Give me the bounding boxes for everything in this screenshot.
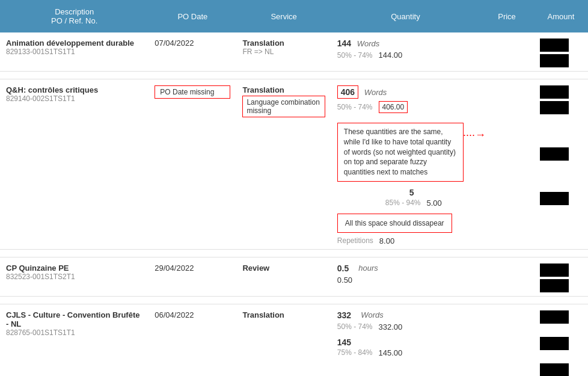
ref-number: 829133-001S1TS1T1 [6,48,142,56]
lang-missing-label: Language combination missing [242,96,325,117]
space-annotation-box: All this space should dissapear [337,214,452,233]
qty-sub-value: 332.00 [379,322,403,331]
amount-cell [534,79,588,250]
amount-box-2 [540,54,569,67]
description-title: CP Quinzaine PE [6,264,142,273]
service-cell: Translation Language combination missing [236,79,331,250]
table-row: CP Quinzaine PE 832523-001S1TS2T1 29/04/… [0,257,588,296]
price-cell [480,79,534,250]
description-title: Animation développement durable [6,39,142,48]
spacer-row [0,72,588,79]
description-cell: Animation développement durable 829133-0… [0,32,149,72]
qty-main: 332 [337,310,351,320]
service-value: Review [242,264,325,273]
ref-number: 832523-001S1TS2T1 [6,273,142,281]
po-date-cell: 07/04/2022 [149,32,236,72]
qty-unit: Words [364,88,387,97]
header-service: Service [236,0,331,32]
qty2-sub-value: 145.00 [379,348,403,357]
annotation-box: These quantities are the same, while I'd… [337,123,464,182]
qty-sub-highlighted: 406.00 [379,101,408,113]
po-date-value: 29/04/2022 [155,264,230,273]
amount-box-1 [540,310,569,324]
service-sub: FR => NL [242,48,325,56]
qty2-main: 5 [409,188,414,197]
repetitions-label: Repetitions [337,236,373,245]
header-description: DescriptionPO / Ref. No. [0,0,149,32]
service-cell: Review [236,257,331,296]
table-row: Animation développement durable 829133-0… [0,32,588,72]
quantity-cell: 332 Words 50% - 74% 332.00 145 75% - 84%… [331,304,480,376]
qty-main-highlighted: 406 [337,85,358,99]
header-amount: Amount [534,0,588,32]
ref-number: 828765-001S1TS1T1 [6,328,142,337]
qty-sub-value: 144.00 [379,51,403,60]
amount-cell [534,257,588,296]
description-cell: CJLS - Culture - Convention Brufête - NL… [0,304,149,376]
header-price: Price [480,0,534,32]
qty2-sub-value: 5.00 [427,199,442,208]
description-title: Q&H: contrôles critiques [6,85,142,94]
po-date-missing-label: PO Date missing [155,85,230,99]
qty2-percent: 85% - 94% [385,199,421,207]
qty-percent: 50% - 74% [337,322,373,331]
qty-sub-value: 0.50 [337,276,352,285]
amount-box-1 [540,85,569,99]
service-cell: Translation FR => NL [236,32,331,72]
main-container: DescriptionPO / Ref. No. PO Date Service… [0,0,588,376]
spacer-row [0,296,588,304]
qty-unit: Words [357,39,380,48]
description-cell: Q&H: contrôles critiques 829140-002S1TS1… [0,79,149,250]
qty-percent: 50% - 74% [337,51,373,60]
amount-box-2 [540,101,569,114]
arrow-icon: ····→ [463,129,486,141]
qty-main: 0.5 [337,264,349,273]
qty-main: 144 [337,39,351,48]
amount-box-2 [540,337,569,350]
amount-box-1 [540,264,569,277]
amount-box-3 [540,147,569,161]
description-title: CJLS - Culture - Convention Brufête - NL [6,310,142,328]
qty2-percent: 75% - 84% [337,348,373,357]
amount-cell [534,304,588,376]
description-cell: CP Quinzaine PE 832523-001S1TS2T1 [0,257,149,296]
quantity-cell: 406 Words 50% - 74% 406.00 These quantit… [331,79,480,250]
ref-number: 829140-002S1TS1T1 [6,94,142,103]
spacer-row [0,249,588,257]
qty-unit: hours [358,264,378,273]
repetitions-value: 8.00 [379,236,394,245]
po-date-cell: PO Date missing [149,79,236,250]
amount-cell [534,32,588,72]
amount-box-2 [540,279,569,292]
qty-percent: 50% - 74% [337,103,373,111]
header-po-date: PO Date [149,0,236,32]
po-date-value: 06/04/2022 [155,310,230,319]
qty-unit: Words [361,310,384,319]
service-value: Translation [242,39,325,48]
service-value: Translation [242,85,325,94]
quantity-cell: 0.5 hours 0.50 [331,257,480,296]
po-date-value: 07/04/2022 [155,39,230,48]
price-cell [480,304,534,376]
amount-box-1 [540,39,569,52]
service-cell: Translation [236,304,331,376]
table-row: CJLS - Culture - Convention Brufête - NL… [0,304,588,376]
table-row: Q&H: contrôles critiques 829140-002S1TS1… [0,79,588,250]
amount-box-4 [540,192,569,205]
header-quantity: Quantity [331,0,480,32]
amount-box-3 [540,363,569,376]
quantity-cell: 144 Words 50% - 74% 144.00 [331,32,480,72]
price-cell [480,32,534,72]
po-date-cell: 29/04/2022 [149,257,236,296]
qty2-main: 145 [337,337,351,347]
service-value: Translation [242,310,325,319]
price-cell [480,257,534,296]
po-date-cell: 06/04/2022 [149,304,236,376]
